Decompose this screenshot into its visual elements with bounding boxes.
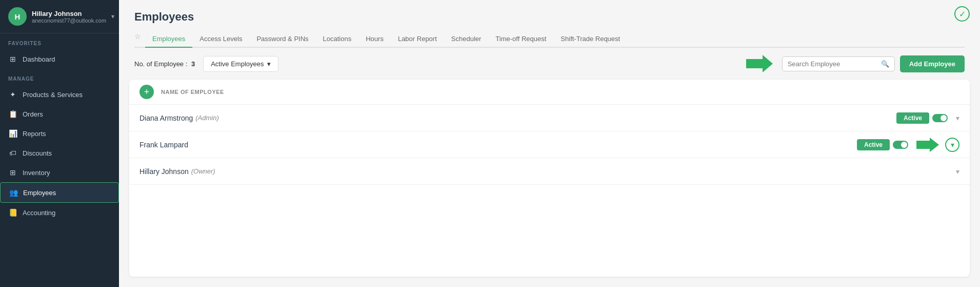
sidebar-item-label: Accounting [23, 209, 55, 217]
dropdown-chevron-icon: ▾ [267, 60, 271, 68]
table-row: Diana Armstrong (Admin) Active ▾ [129, 105, 970, 131]
status-badge: Active [857, 139, 890, 150]
employee-role: (Admin) [195, 114, 219, 122]
page-title: Employees [134, 10, 965, 24]
sidebar: H Hillary Johnson aneconomist77@outlook.… [0, 0, 119, 287]
orders-icon: 📋 [8, 109, 17, 119]
toggle-knob [941, 115, 947, 121]
sidebar-item-reports[interactable]: 📊 Reports [0, 124, 119, 143]
tab-shift-trade-request[interactable]: Shift-Trade Request [553, 31, 627, 48]
products-icon: ✦ [8, 90, 17, 99]
favorites-label: FAVORITES [0, 33, 119, 49]
arrow-right-icon [746, 55, 773, 72]
sidebar-item-orders[interactable]: 📋 Orders [0, 104, 119, 124]
sidebar-item-discounts[interactable]: 🏷 Discounts [0, 143, 119, 163]
table-header: + NAME OF EMPLOYEE [129, 80, 970, 105]
discounts-icon: 🏷 [8, 148, 17, 158]
search-arrow-indicator [746, 55, 773, 72]
star-icon[interactable]: ☆ [134, 32, 141, 46]
employee-name: Frank Lampard [139, 141, 188, 149]
sidebar-item-label: Inventory [23, 169, 50, 177]
row-chevron-icon[interactable]: ▾ [956, 167, 959, 176]
avatar: H [8, 7, 27, 26]
sidebar-item-label: Orders [23, 110, 43, 118]
column-header-name: NAME OF EMPLOYEE [161, 89, 224, 95]
sidebar-item-inventory[interactable]: ⊞ Inventory [0, 163, 119, 182]
user-name: Hillary Johnson [32, 10, 106, 17]
search-box[interactable]: 🔍 [782, 56, 895, 71]
user-profile[interactable]: H Hillary Johnson aneconomist77@outlook.… [0, 0, 119, 33]
tab-employees[interactable]: Employees [145, 31, 192, 48]
tab-access-levels[interactable]: Access Levels [192, 31, 249, 48]
row-arrow-indicator [916, 138, 939, 152]
arrow-right-icon [916, 138, 939, 152]
sidebar-item-dashboard[interactable]: ⊞ Dashboard [0, 49, 119, 69]
user-info: Hillary Johnson aneconomist77@outlook.co… [32, 10, 106, 24]
status-toggle[interactable] [932, 114, 948, 122]
employee-name: Diana Armstrong [139, 114, 193, 122]
table-row: Hillary Johnson (Owner) ▾ [129, 158, 970, 185]
page-header: Employees ☆ Employees Access Levels Pass… [119, 0, 980, 48]
inventory-icon: ⊞ [8, 168, 17, 177]
employee-count-value: 3 [191, 60, 195, 68]
svg-marker-1 [916, 138, 939, 152]
search-input[interactable] [788, 60, 878, 68]
add-row-button[interactable]: + [139, 85, 154, 99]
sidebar-item-employees[interactable]: 👥 Employees [0, 182, 119, 203]
tab-labor-report[interactable]: Labor Report [391, 31, 444, 48]
sidebar-item-label: Dashboard [23, 55, 55, 63]
tab-hours[interactable]: Hours [358, 31, 391, 48]
employee-role: (Owner) [191, 167, 215, 175]
sidebar-item-accounting[interactable]: 📒 Accounting [0, 203, 119, 222]
user-chevron-icon: ▾ [111, 13, 114, 20]
tab-bar: ☆ Employees Access Levels Password & PIN… [134, 31, 965, 48]
row-expand-button[interactable]: ▾ [945, 138, 959, 152]
search-icon: 🔍 [881, 60, 889, 68]
status-toggle[interactable] [893, 141, 908, 149]
user-email: aneconomist77@outlook.com [32, 17, 106, 24]
toolbar: No. of Employee : 3 Active Employees ▾ 🔍… [119, 48, 980, 80]
circle-check-icon[interactable]: ✓ [954, 6, 970, 22]
employees-table: + NAME OF EMPLOYEE Diana Armstrong (Admi… [129, 80, 970, 277]
row-chevron-icon[interactable]: ▾ [956, 114, 959, 122]
sidebar-item-label: Reports [23, 130, 46, 138]
employees-icon: 👥 [9, 188, 18, 197]
sidebar-item-products-services[interactable]: ✦ Products & Services [0, 85, 119, 104]
sidebar-item-label: Products & Services [23, 91, 83, 99]
employee-count-label: No. of Employee : 3 [134, 60, 195, 68]
active-employees-dropdown[interactable]: Active Employees ▾ [203, 56, 278, 72]
reports-icon: 📊 [8, 129, 17, 138]
toggle-knob [901, 142, 907, 148]
add-employee-button[interactable]: Add Employee [900, 55, 965, 72]
sidebar-item-label: Employees [23, 189, 56, 197]
main-content: Employees ☆ Employees Access Levels Pass… [119, 0, 980, 287]
table-row: Frank Lampard Active ▾ [129, 131, 970, 158]
sidebar-item-label: Discounts [23, 149, 52, 157]
tab-time-off-request[interactable]: Time-off Request [488, 31, 553, 48]
accounting-icon: 📒 [8, 208, 17, 217]
employee-name: Hillary Johnson [139, 167, 189, 176]
tab-password-pins[interactable]: Password & PINs [249, 31, 315, 48]
manage-label: MANAGE [0, 69, 119, 85]
tab-scheduler[interactable]: Scheduler [444, 31, 489, 48]
status-badge: Active [896, 112, 929, 124]
tab-locations[interactable]: Locations [316, 31, 359, 48]
svg-marker-0 [746, 55, 773, 72]
dashboard-icon: ⊞ [8, 54, 17, 64]
